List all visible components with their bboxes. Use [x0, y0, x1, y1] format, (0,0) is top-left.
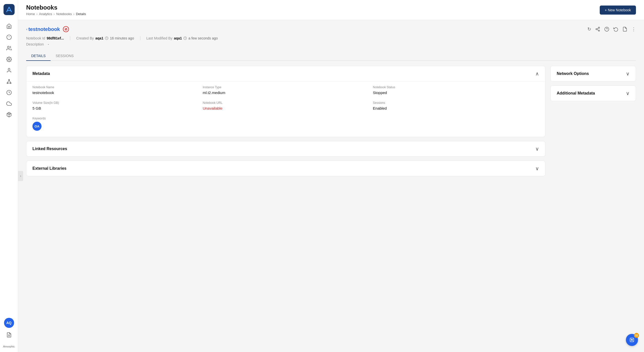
- new-notebook-button[interactable]: + New Notebook: [600, 6, 636, 15]
- network-options-chevron[interactable]: ∨: [626, 71, 630, 77]
- external-libraries-title: External Libraries: [32, 166, 66, 171]
- network-options-card: Network Options ∨: [550, 66, 636, 81]
- notebook-url-value[interactable]: Unavailable: [203, 106, 222, 110]
- notebook-url-field: Notebook URL Unavailable: [203, 101, 369, 111]
- created-by-label: Created By: [76, 36, 94, 40]
- sidebar-item-time[interactable]: [4, 87, 14, 98]
- sidebar-item-settings[interactable]: [4, 54, 14, 64]
- notification-count: 32: [634, 333, 639, 338]
- breadcrumb-sep-1: ›: [36, 12, 37, 16]
- svg-point-20: [598, 30, 600, 31]
- notebook-title-link[interactable]: testnotebook: [28, 26, 60, 32]
- linked-resources-card: Linked Resources ∨: [26, 141, 545, 157]
- keyword-tag-oa: OA: [32, 122, 42, 131]
- notebook-name-value: testnotebook: [32, 91, 54, 95]
- sidebar-item-cloud[interactable]: [4, 99, 14, 109]
- svg-point-7: [9, 79, 10, 80]
- notebook-name-label: Notebook Name: [32, 85, 199, 89]
- main-column: Metadata ∧ Notebook Name testnotebook In…: [26, 66, 545, 176]
- more-icon[interactable]: ⋮: [631, 26, 636, 32]
- metadata-grid: Notebook Name testnotebook Instance Type…: [32, 85, 539, 131]
- instance-type-value: ml.t2.medium: [203, 91, 225, 95]
- breadcrumb-analytics[interactable]: Analytics: [39, 12, 52, 16]
- metadata-card-title: Metadata: [32, 71, 50, 76]
- user-avatar[interactable]: AQ: [4, 318, 14, 328]
- content-area: ‹ testnotebook ⊘ ↻: [18, 20, 644, 352]
- tab-sessions[interactable]: SESSIONS: [51, 51, 79, 61]
- external-libraries-header[interactable]: External Libraries ∨: [26, 161, 545, 176]
- tab-details[interactable]: DETAILS: [26, 51, 51, 61]
- modified-by-label: Last Modified By: [146, 36, 173, 40]
- additional-metadata-header[interactable]: Additional Metadata ∨: [551, 86, 636, 101]
- sidebar-item-network[interactable]: [4, 76, 14, 86]
- created-time: 16 minutes ago: [110, 36, 134, 40]
- instance-type-field: Instance Type ml.t2.medium: [203, 85, 369, 95]
- breadcrumb-sep-3: ›: [73, 12, 74, 16]
- additional-metadata-card: Additional Metadata ∨: [550, 85, 636, 101]
- two-column-layout: Metadata ∧ Notebook Name testnotebook In…: [26, 66, 636, 176]
- notebook-status-value: Stopped: [373, 91, 387, 95]
- created-time-icon: [105, 36, 108, 40]
- network-options-header[interactable]: Network Options ∨: [551, 66, 636, 81]
- back-button[interactable]: ‹ testnotebook: [26, 26, 60, 32]
- notebook-url-label: Notebook URL: [203, 101, 369, 105]
- metadata-card: Metadata ∧ Notebook Name testnotebook In…: [26, 66, 545, 137]
- svg-line-10: [7, 80, 9, 82]
- side-column: Network Options ∨ Additional Metadata ∨: [550, 66, 636, 101]
- notebook-status-label: Notebook Status: [373, 85, 539, 89]
- description-row: Description -: [26, 42, 636, 46]
- back-arrow: ‹: [26, 27, 27, 31]
- external-libraries-chevron[interactable]: ∨: [535, 165, 539, 171]
- notification-badge[interactable]: 32: [626, 334, 638, 346]
- help-icon[interactable]: [604, 27, 609, 32]
- header-actions: ↻: [587, 26, 636, 32]
- metadata-chevron-up[interactable]: ∧: [535, 71, 539, 77]
- metadata-card-header[interactable]: Metadata ∧: [26, 66, 545, 81]
- svg-point-4: [7, 46, 9, 48]
- svg-line-22: [597, 28, 598, 29]
- additional-metadata-title: Additional Metadata: [557, 91, 595, 96]
- breadcrumb-notebooks[interactable]: Notebooks: [56, 12, 72, 16]
- docs-icon[interactable]: [4, 330, 14, 340]
- sidebar-item-home[interactable]: [4, 21, 14, 31]
- app-logo[interactable]: [4, 4, 15, 15]
- modified-by-user: aqa1: [174, 36, 182, 40]
- share-icon[interactable]: [595, 27, 600, 32]
- page-header-left: ‹ testnotebook ⊘: [26, 26, 69, 32]
- breadcrumb-sep-2: ›: [54, 12, 55, 16]
- keywords-list: OA: [32, 122, 539, 131]
- sidebar-item-package[interactable]: [4, 110, 14, 120]
- linked-resources-chevron[interactable]: ∨: [535, 146, 539, 152]
- notebook-name-field: Notebook Name testnotebook: [32, 85, 199, 95]
- additional-metadata-chevron[interactable]: ∨: [626, 90, 630, 96]
- modified-by-meta: Last Modified By aqa1 a few seconds ago: [146, 36, 224, 40]
- page-title: Notebooks: [26, 4, 86, 11]
- sidebar-item-users[interactable]: [4, 43, 14, 53]
- sidebar-collapse-button[interactable]: ›: [18, 171, 23, 181]
- meta-row: Notebook Id 98df81ef... Created By aqa1 …: [26, 36, 636, 40]
- modified-time-icon: [183, 36, 187, 40]
- linked-resources-title: Linked Resources: [32, 147, 67, 151]
- volume-size-value: 5 GB: [32, 106, 41, 110]
- breadcrumb-current: Details: [76, 12, 86, 16]
- history-icon[interactable]: [613, 27, 618, 32]
- svg-rect-0: [4, 4, 15, 15]
- breadcrumb-home[interactable]: Home: [26, 12, 35, 16]
- notebook-id-value: 98df81ef...: [47, 36, 64, 40]
- sidebar-bottom: AQ Amorphic: [3, 318, 15, 348]
- sidebar-item-analytics[interactable]: [4, 32, 14, 42]
- refresh-icon[interactable]: ↻: [587, 26, 591, 32]
- linked-resources-header[interactable]: Linked Resources ∨: [26, 141, 545, 156]
- volume-size-field: Volume Size(In GB) 5 GB: [32, 101, 199, 111]
- sidebar-item-person[interactable]: [4, 65, 14, 75]
- notebook-id-meta: Notebook Id 98df81ef...: [26, 36, 70, 40]
- network-options-title: Network Options: [557, 71, 589, 76]
- sessions-value: Enabled: [373, 106, 387, 110]
- svg-point-18: [598, 27, 600, 28]
- document-icon[interactable]: [622, 27, 627, 32]
- keywords-field: Keywords OA: [32, 117, 539, 131]
- brand-label: Amorphic: [3, 345, 15, 348]
- sessions-field: Sessions Enabled: [373, 101, 539, 111]
- main-content: Notebooks Home › Analytics › Notebooks ›…: [18, 0, 644, 352]
- description-value: -: [48, 42, 49, 46]
